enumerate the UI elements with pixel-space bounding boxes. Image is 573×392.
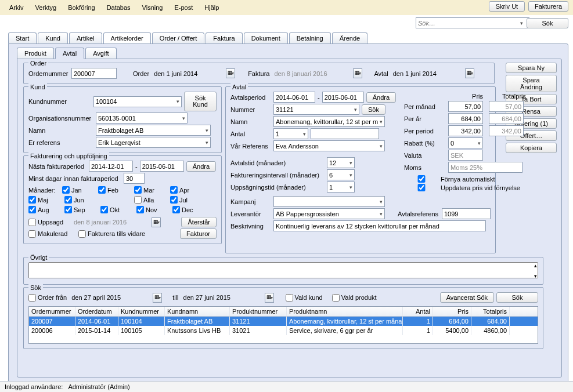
- month-nov[interactable]: Nov: [136, 206, 170, 213]
- menu-databas[interactable]: Databas: [101, 2, 136, 13]
- calendar-icon[interactable]: [153, 293, 162, 303]
- fornya-check[interactable]: Förnya automatiskt: [404, 175, 495, 183]
- antal-combo[interactable]: 1: [273, 128, 308, 139]
- uppsagd-check[interactable]: Uppsagd: [28, 219, 71, 226]
- month-sep[interactable]: Sep: [64, 206, 98, 213]
- menu-hjalp[interactable]: Hjälp: [199, 2, 225, 13]
- subtab-avgift[interactable]: Avgift: [85, 48, 116, 59]
- calendar-icon[interactable]: [465, 68, 474, 78]
- kundnr-combo[interactable]: 100104: [93, 96, 182, 107]
- avtalsref-input[interactable]: [442, 208, 491, 219]
- month-okt[interactable]: Okt: [100, 206, 134, 213]
- month-aug[interactable]: Aug: [28, 206, 62, 213]
- tab-betalning[interactable]: Betalning: [289, 32, 331, 43]
- col-kundnamn[interactable]: Kundnamn: [165, 307, 230, 316]
- permanad-input[interactable]: [448, 101, 483, 112]
- kund-ref-combo[interactable]: Erik Lagerqvist: [96, 137, 211, 148]
- avtal-namn-combo[interactable]: Abonemang, kvittorullar, 12 st per m: [273, 116, 385, 127]
- tab-faktura[interactable]: Faktura: [206, 32, 242, 43]
- calendar-icon[interactable]: [152, 217, 161, 227]
- tab-artikelorder[interactable]: Artikelorder: [103, 32, 151, 43]
- subtab-avtal[interactable]: Avtal: [55, 48, 84, 59]
- valdprodukt-check[interactable]: Vald produkt: [332, 294, 377, 302]
- sok-button[interactable]: Sök: [496, 292, 538, 303]
- orgnr-combo[interactable]: 560135-0001: [96, 112, 188, 124]
- print-button[interactable]: Skriv Ut: [489, 1, 525, 12]
- valdkund-check[interactable]: Vald kund: [286, 294, 323, 302]
- menu-arkiv[interactable]: Arkiv: [3, 2, 29, 13]
- month-feb[interactable]: Feb: [98, 186, 132, 194]
- subtab-produkt[interactable]: Produkt: [17, 48, 54, 59]
- col-produktnummer[interactable]: Produktnummer: [230, 307, 287, 316]
- month-jul[interactable]: Jul: [170, 196, 204, 204]
- col-pris[interactable]: Pris: [433, 307, 471, 316]
- tab-start[interactable]: Start: [8, 32, 37, 43]
- tab-dokument[interactable]: Dokument: [244, 32, 288, 43]
- month-dec[interactable]: Dec: [172, 206, 206, 213]
- table-row[interactable]: 2000072014-06-01100104Fraktbolaget AB311…: [29, 317, 538, 326]
- global-search-button[interactable]: Sök: [527, 18, 568, 28]
- nr-sok-button[interactable]: Sök: [362, 104, 385, 115]
- tab-artikel[interactable]: Artikel: [69, 32, 102, 43]
- fakturor-button[interactable]: Fakturor: [180, 228, 217, 239]
- perar-input[interactable]: [448, 113, 483, 124]
- kampanj-combo[interactable]: [273, 196, 385, 207]
- spara-ny-button[interactable]: Spara Ny: [506, 63, 557, 73]
- ovrigt-textarea[interactable]: [28, 262, 538, 278]
- menu-epost[interactable]: E-post: [169, 2, 199, 13]
- global-search-input[interactable]: [416, 17, 529, 28]
- month-jun[interactable]: Jun: [64, 196, 98, 204]
- col-antal[interactable]: Antal: [403, 307, 433, 316]
- invoice-button[interactable]: Fakturera: [528, 1, 568, 12]
- orderfran-check[interactable]: Order från: [28, 294, 67, 302]
- beskr-input[interactable]: [273, 220, 486, 231]
- period-from[interactable]: [273, 92, 315, 103]
- perperiod-input[interactable]: [448, 125, 483, 136]
- varref-combo[interactable]: Eva Andersson: [273, 140, 385, 151]
- nasta-to[interactable]: [140, 161, 184, 172]
- nasta-from[interactable]: [89, 161, 133, 172]
- avancerat-sok-button[interactable]: Avancerat Sök: [440, 292, 494, 303]
- col-kundnummer[interactable]: Kundnummer: [118, 307, 165, 316]
- calendar-icon[interactable]: [226, 68, 235, 78]
- col-totalpris[interactable]: Totalpris: [471, 307, 510, 316]
- kund-namn-combo[interactable]: Fraktbolaget AB: [96, 125, 211, 136]
- aterstar-button[interactable]: Återstår: [181, 217, 217, 227]
- month-maj[interactable]: Maj: [28, 196, 62, 204]
- nr-combo[interactable]: 31121: [273, 104, 359, 115]
- ordernr-input[interactable]: [71, 68, 117, 79]
- col-produktnamn[interactable]: Produktnamn: [287, 307, 403, 316]
- calendar-icon[interactable]: [353, 68, 362, 78]
- tab-arende[interactable]: Ärende: [332, 32, 367, 43]
- menu-bokforing[interactable]: Bokföring: [62, 2, 100, 13]
- col-orderdatum[interactable]: Orderdatum: [75, 307, 118, 316]
- sok-kund-button[interactable]: Sök Kund: [184, 92, 217, 111]
- tab-order-offert[interactable]: Order / Offert: [152, 32, 205, 43]
- col-ordernummer[interactable]: Ordernummer: [29, 307, 75, 316]
- scroll-up-icon[interactable]: ▴: [534, 263, 537, 268]
- avtalstid-combo[interactable]: 12: [327, 157, 355, 168]
- tillsvidare-check[interactable]: Fakturera tills vidare: [78, 230, 145, 238]
- lev-combo[interactable]: AB Pappersgrossisten: [273, 208, 385, 219]
- month-apr[interactable]: Apr: [170, 186, 204, 194]
- andra-button[interactable]: Ändra: [186, 161, 216, 172]
- rabatt-combo[interactable]: 0: [448, 137, 483, 148]
- menu-verktyg[interactable]: Verktyg: [29, 2, 62, 13]
- menu-visning[interactable]: Visning: [136, 2, 169, 13]
- makulerad-check[interactable]: Makulerad: [28, 230, 76, 238]
- tab-kund[interactable]: Kund: [38, 32, 68, 43]
- upps-combo[interactable]: 1: [327, 182, 355, 193]
- period-to[interactable]: [322, 92, 364, 103]
- month-mar[interactable]: Mar: [134, 186, 168, 194]
- chevron-down-icon[interactable]: ▾: [520, 20, 523, 26]
- scroll-down-icon[interactable]: ▾: [534, 273, 537, 279]
- uppdatera-check[interactable]: Uppdatera pris vid förnyelse: [404, 184, 520, 191]
- period-andra-button[interactable]: Ändra: [366, 92, 396, 103]
- calendar-icon[interactable]: [265, 293, 274, 303]
- month-jan[interactable]: Jan: [62, 186, 96, 194]
- table-row[interactable]: 2000062015-01-14100105Knutssons Livs HB3…: [29, 326, 538, 335]
- interval-combo[interactable]: 6: [327, 169, 355, 180]
- month-alla[interactable]: Alla: [134, 196, 168, 204]
- spara-andring-button[interactable]: Spara Ändring: [506, 75, 557, 92]
- minst-input[interactable]: [124, 173, 145, 184]
